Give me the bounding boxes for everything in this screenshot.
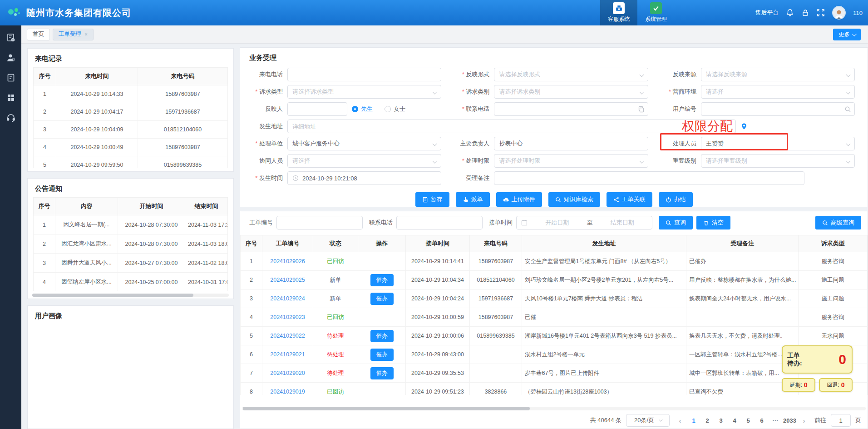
page-number[interactable]: 1: [688, 414, 700, 426]
address-input[interactable]: [287, 120, 736, 133]
main-responsible-input[interactable]: [494, 137, 648, 150]
more-button[interactable]: 更多: [833, 29, 861, 40]
table-row[interactable]: 1因文峰名居一期(...2024-10-28 07:30:002024-11-0…: [34, 215, 228, 234]
order-no-search-input[interactable]: [276, 216, 363, 229]
page-number[interactable]: 6: [756, 414, 768, 426]
urge-button[interactable]: 催办: [370, 293, 394, 305]
order-number-link[interactable]: 20241029023: [270, 314, 305, 320]
field-reflect-source: 反映来源 请选择反映来源: [657, 66, 864, 83]
order-number-link[interactable]: 20241029024: [270, 295, 305, 302]
page-number[interactable]: 2: [701, 414, 713, 426]
module-system-admin[interactable]: 系统管理: [637, 0, 675, 25]
order-link-button[interactable]: 工单关联: [607, 192, 652, 207]
appeal-category-select[interactable]: 请选择诉求类别: [494, 85, 648, 99]
form-grid: 来电电话 反映形式 请选择反映形式 反映来源 请选择反映来源 诉求类型 请选择诉…: [240, 66, 868, 187]
table-row[interactable]: 520241029022待处理催办2024-10-29 10:00:060158…: [241, 327, 868, 345]
user-no-input[interactable]: [701, 102, 855, 116]
table-row[interactable]: 620241029021待处理催办2024-10-29 09:43:00涢水村五…: [241, 345, 868, 364]
table-row[interactable]: 2因汇龙湾小区需水...2024-10-28 07:30:002024-11-0…: [34, 234, 228, 254]
query-button[interactable]: 查询: [659, 216, 693, 229]
order-number-link[interactable]: 20241029020: [270, 370, 305, 376]
next-page-button[interactable]: ›: [798, 414, 810, 426]
urge-button[interactable]: 催办: [370, 330, 394, 342]
page-number[interactable]: 5: [742, 414, 754, 426]
call-phone-input[interactable]: [287, 68, 441, 81]
table-row[interactable]: 220241029025新单催办2024-10-29 10:04:3401851…: [241, 271, 868, 289]
table-row[interactable]: 820241029019已回访2024-10-29 09:51:23382886…: [241, 383, 868, 395]
horizontal-scrollbar[interactable]: [32, 294, 229, 297]
goto-page-input[interactable]: [831, 414, 851, 427]
save-draft-button[interactable]: 暂存: [415, 192, 449, 207]
phone-search-input[interactable]: [396, 216, 483, 229]
urge-button[interactable]: 催办: [370, 349, 394, 361]
reporter-input[interactable]: [287, 102, 347, 116]
fullscreen-icon[interactable]: [817, 9, 825, 17]
table-row[interactable]: 32024-10-29 10:04:09018512104060: [34, 121, 228, 139]
table-row[interactable]: 3因舜井大道天风小...2024-10-27 07:30:002024-11-0…: [34, 254, 228, 273]
page-number[interactable]: 4: [729, 414, 740, 426]
after-sales-platform-link[interactable]: 售后平台: [755, 9, 779, 17]
collaborator-select[interactable]: 请选择: [287, 154, 441, 168]
search-icon: [555, 197, 561, 203]
radio-female[interactable]: 女士: [385, 105, 405, 113]
table-row[interactable]: 52024-10-29 09:59:50015899639385: [34, 156, 228, 169]
grid-icon[interactable]: [6, 93, 16, 103]
order-number-link[interactable]: 20241029021: [270, 351, 305, 358]
handler-select[interactable]: 王赟赟: [701, 137, 855, 150]
table-row[interactable]: 42024-10-29 10:00:4915897603987: [34, 139, 228, 156]
handle-unit-select[interactable]: 城中客户服务中心: [287, 137, 441, 150]
headset-icon[interactable]: [6, 113, 16, 123]
business-env-select[interactable]: 请选择: [701, 85, 855, 99]
location-pin-icon[interactable]: [740, 123, 748, 130]
page-number[interactable]: 2033: [783, 414, 796, 426]
tab-home[interactable]: 首页: [27, 29, 50, 40]
radio-male[interactable]: 先生: [352, 105, 373, 113]
prev-page-button[interactable]: ‹: [674, 414, 686, 426]
bell-icon[interactable]: [786, 9, 794, 17]
handle-limit-select[interactable]: 请选择处理时限: [494, 154, 648, 168]
tab-work-order[interactable]: 工单受理 ×: [53, 29, 94, 40]
table-row[interactable]: 320241029024新单催办2024-10-29 10:04:2415971…: [241, 289, 868, 308]
appeal-type-select[interactable]: 请选择诉求类型: [287, 85, 441, 99]
close-icon[interactable]: ×: [84, 31, 88, 38]
table-row[interactable]: 12024-10-29 10:14:3315897603987: [34, 85, 228, 103]
user-star-icon[interactable]: [6, 53, 16, 63]
importance-select[interactable]: 请选择重要级别: [701, 154, 855, 168]
order-number-link[interactable]: 20241029026: [270, 258, 305, 264]
page-size-select[interactable]: 20条/页: [626, 414, 670, 427]
user-avatar[interactable]: [832, 6, 846, 20]
advanced-query-button[interactable]: 高级查询: [815, 216, 861, 229]
dispatch-button[interactable]: 派单: [456, 192, 490, 207]
reflect-form-select[interactable]: 请选择反映形式: [494, 68, 648, 81]
reflect-source-select[interactable]: 请选择反映来源: [701, 68, 855, 81]
module-customer-service[interactable]: 客服系统: [600, 0, 637, 25]
page-ellipsis[interactable]: ···: [769, 414, 781, 426]
urge-button[interactable]: 催办: [370, 274, 394, 286]
page-number[interactable]: 3: [715, 414, 727, 426]
knowledge-search-button[interactable]: 知识库检索: [548, 192, 600, 207]
lock-icon[interactable]: [801, 9, 809, 17]
contact-phone-input[interactable]: [494, 102, 648, 116]
column-header: 结束时间: [185, 198, 228, 215]
order-number-link[interactable]: 20241029019: [270, 389, 305, 395]
select-value: 王赟赟: [706, 140, 724, 148]
table-row[interactable]: 22024-10-29 10:04:1715971936687: [34, 103, 228, 121]
date-range-picker[interactable]: 开始日期 至 结束日期: [516, 216, 652, 229]
horizontal-scrollbar[interactable]: [242, 407, 866, 410]
upload-attachment-button[interactable]: 上传附件: [496, 192, 542, 207]
remark-input[interactable]: [494, 171, 804, 185]
table-row[interactable]: 420241029023已回访2024-10-29 10:00:59158976…: [241, 308, 868, 327]
table-row[interactable]: 120241029026已回访2024-10-29 10:14:41158976…: [241, 252, 868, 271]
order-number-link[interactable]: 20241029022: [270, 333, 305, 339]
table-row[interactable]: 4因玺纳左岸小区水...2024-10-25 07:00:002024-10-3…: [34, 273, 228, 291]
copy-icon[interactable]: [638, 106, 645, 113]
occur-time-picker[interactable]: 2024-10-29 10:21:08: [287, 171, 441, 185]
search-icon[interactable]: [844, 106, 851, 113]
document-icon[interactable]: [6, 73, 16, 83]
order-number-link[interactable]: 20241029025: [270, 277, 305, 283]
urge-button[interactable]: 催办: [370, 367, 394, 379]
complete-button[interactable]: 办结: [659, 192, 693, 207]
clear-button[interactable]: 清空: [696, 216, 730, 229]
form-settings-icon[interactable]: [6, 33, 16, 43]
table-row[interactable]: 720241029020待处理催办2024-10-29 09:35:53岁丰巷6…: [241, 364, 868, 383]
